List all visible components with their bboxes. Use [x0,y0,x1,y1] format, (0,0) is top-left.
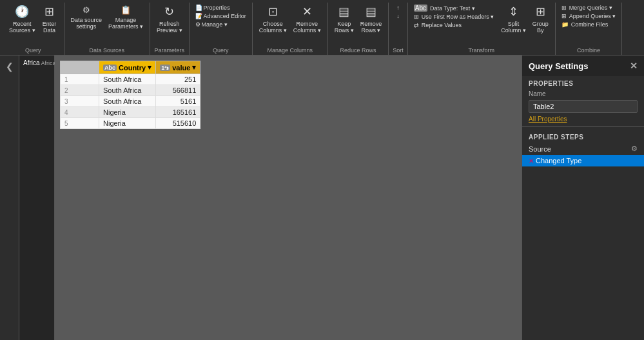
value-cell: 165161 [156,107,200,118]
merge-queries-button[interactable]: ⊞ Merge Queries ▾ [560,4,618,12]
country-cell: Nigeria [99,118,156,129]
table-row[interactable]: 3 South Africa 5161 [61,96,200,107]
africa-count: Africa [41,60,56,66]
country-column-header[interactable]: Abc Country ▾ [99,61,156,74]
ribbon-group-query-buttons: 🕐 RecentSources ▾ ⊞ EnterData [6,4,60,46]
choose-cols-icon: ⊡ [268,5,278,19]
keep-rows-button[interactable]: ▤ KeepRows ▾ [332,4,356,35]
query-list-panel: Africa Africa [19,55,55,340]
advanced-editor-button[interactable]: 📝 Advanced Editor [193,12,248,20]
recent-sources-button[interactable]: 🕐 RecentSources ▾ [6,4,38,35]
manage-icon: ⚙ [195,21,200,28]
sort-desc-icon: ↓ [396,13,400,19]
row-num-header [61,61,99,74]
left-collapse-button[interactable]: ❮ [4,59,15,74]
combine-group-label: Combine [577,46,600,54]
all-properties-link[interactable]: All Properties [522,114,644,124]
data-area: Abc Country ▾ 1²₃ value ▾ [55,55,522,340]
value-filter-icon[interactable]: ▾ [192,63,196,72]
table-row[interactable]: 5 Nigeria 515610 [61,118,200,129]
remove-rows-icon: ▤ [366,5,376,19]
manage-parameters-button[interactable]: 📋 ManageParameters ▾ [106,4,146,31]
manage-cols-group-label: Manage Columns [267,46,313,54]
combine-files-button[interactable]: 📁 Combine Files [560,21,618,28]
value-column-header[interactable]: 1²₃ value ▾ [156,61,200,74]
data-table: Abc Country ▾ 1²₃ value ▾ [60,61,200,129]
group-by-icon: ⊞ [536,5,545,19]
value-cell: 566811 [156,85,200,96]
table-container: Abc Country ▾ 1²₃ value ▾ [55,55,522,134]
value-type-icon: 1²₃ [160,65,170,71]
properties-button[interactable]: 📄 Properties [193,4,248,12]
append-icon: ⊞ [561,13,567,19]
ribbon-group-transform: Abc Data Type: Text ▾ ⊞ Use First Row as… [408,3,556,55]
source-step-label: Source [529,145,551,153]
keep-rows-icon: ▤ [338,5,349,19]
datasource-icon: ⚙ [83,5,90,15]
properties-section-title: PROPERTIES [522,76,644,89]
refresh-icon: ↻ [164,5,174,19]
choose-columns-button[interactable]: ⊡ ChooseColumns ▾ [257,4,289,35]
parameters-group-label: Parameters [155,46,185,54]
reduce-rows-group-label: Reduce Rows [340,46,376,54]
ribbon-group-combine: ⊞ Merge Queries ▾ ⊞ Append Queries ▾ 📁 C… [556,3,623,55]
query-settings-panel: Query Settings ✕ PROPERTIES Name Table2 … [522,55,644,340]
recent-icon: 🕐 [15,5,29,19]
ribbon-group-manage-cols: ⊡ ChooseColumns ▾ ✕ RemoveColumns ▾ Mana… [253,3,328,55]
ribbon-group-sort: ↑ ↓ Sort [389,3,408,55]
source-step[interactable]: Source ⚙ [522,143,644,155]
query-settings-close-button[interactable]: ✕ [630,61,638,71]
transform-group-label: Transform [468,46,494,54]
changed-type-step[interactable]: ✕ Changed Type [522,155,644,166]
row-num-cell: 1 [61,74,99,85]
use-first-row-button[interactable]: ⊞ Use First Row as Headers ▾ [412,13,496,21]
enter-data-button[interactable]: ⊞ EnterData [39,4,60,35]
row-num-cell: 4 [61,107,99,118]
refresh-preview-button[interactable]: ↻ RefreshPreview ▾ [154,4,185,35]
group-by-button[interactable]: ⊞ GroupBy [530,4,551,35]
enter-data-icon: ⊞ [44,5,54,19]
ribbon-group-manage: 📄 Properties 📝 Advanced Editor ⚙ Manage … [190,3,253,55]
data-type-button[interactable]: Abc Data Type: Text ▾ [412,4,496,12]
split-column-button[interactable]: ⇕ SplitColumn ▾ [498,4,529,35]
merge-icon: ⊞ [561,5,567,11]
country-filter-icon[interactable]: ▾ [148,63,151,72]
remove-rows-button[interactable]: ▤ RemoveRows ▾ [358,4,385,35]
sort-asc-button[interactable]: ↑ [395,4,402,12]
main-area: ❮ Africa Africa Abc Country ▾ [0,55,644,340]
remove-columns-button[interactable]: ✕ RemoveColumns ▾ [291,4,324,35]
table-row[interactable]: 4 Nigeria 165161 [61,107,200,118]
query-settings-title: Query Settings [529,61,588,71]
replace-icon: ⇄ [414,22,419,28]
name-value[interactable]: Table2 [529,100,638,113]
left-panel: ❮ [0,55,19,340]
country-cell: South Africa [99,96,156,107]
ribbon-group-reduce-rows: ▤ KeepRows ▾ ▤ RemoveRows ▾ Reduce Rows [328,3,389,55]
sort-asc-icon: ↑ [396,5,400,11]
ribbon-group-parameters: ↻ RefreshPreview ▾ Parameters [150,3,190,55]
sort-desc-button[interactable]: ↓ [395,12,402,20]
row-num-cell: 5 [61,118,99,129]
country-cell: Nigeria [99,107,156,118]
applied-steps-section-title: APPLIED STEPS [522,130,644,143]
sort-group-label: Sort [393,46,404,54]
africa-query-item[interactable]: Africa Africa [21,58,53,68]
manage-button[interactable]: ⚙ Manage ▾ [193,21,248,28]
params-icon: 📋 [121,5,131,15]
combine-icon: 📁 [561,21,569,28]
country-cell: South Africa [99,74,156,85]
data-type-icon: Abc [414,5,427,12]
replace-values-button[interactable]: ⇄ Replace Values [412,21,496,29]
africa-label: Africa [23,59,40,66]
value-col-label: value [172,64,190,72]
append-queries-button[interactable]: ⊞ Append Queries ▾ [560,12,618,20]
ribbon: 🕐 RecentSources ▾ ⊞ EnterData Query ⚙ Da… [0,0,644,55]
table-row[interactable]: 2 South Africa 566811 [61,85,200,96]
ribbon-group-datasources: ⚙ Data sourcesettings 📋 ManageParameters… [64,3,151,55]
table-row[interactable]: 1 South Africa 251 [61,74,200,85]
value-cell: 515610 [156,118,200,129]
datasources-group-label: Data Sources [90,46,125,54]
datasource-settings-button[interactable]: ⚙ Data sourcesettings [68,4,105,31]
source-step-gear-icon[interactable]: ⚙ [631,145,638,153]
row-num-cell: 3 [61,96,99,107]
